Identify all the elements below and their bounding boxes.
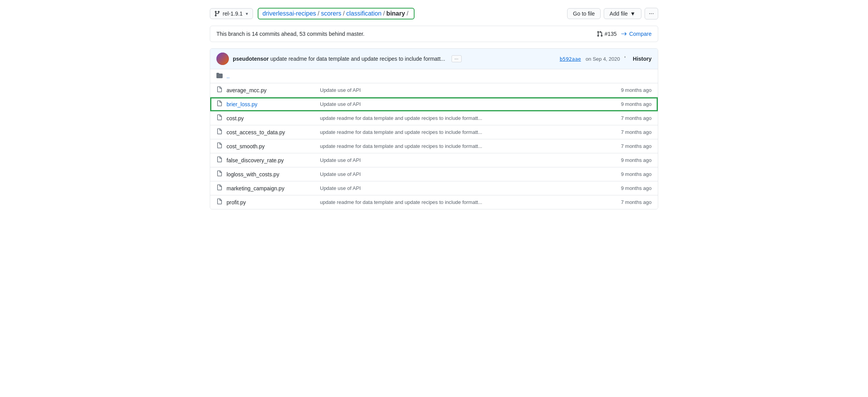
commit-message: pseudotensor update readme for data temp… <box>233 56 445 62</box>
branch-selector[interactable]: rel-1.9.1 ▼ <box>210 8 253 19</box>
breadcrumb-sep-2: / <box>343 10 344 17</box>
file-name-link[interactable]: brier_loss.py <box>227 101 257 107</box>
table-row: logloss_with_costs.py Update use of API … <box>210 167 658 181</box>
breadcrumb-repo[interactable]: driverlessai-recipes <box>262 10 316 17</box>
commit-msg-content: update readme for data template and upda… <box>270 56 445 62</box>
file-name: marketing_campaign.py <box>227 185 312 191</box>
compare-label[interactable]: Compare <box>629 31 652 37</box>
commit-date: on Sep 4, 2020 <box>586 56 620 62</box>
add-file-label: Add file <box>610 11 628 17</box>
breadcrumb-repo-link[interactable]: driverlessai-recipes <box>262 10 316 17</box>
file-icon <box>216 128 223 135</box>
avatar <box>216 53 229 65</box>
file-commit-message: Update use of API <box>312 101 613 107</box>
file-time: 9 months ago <box>613 157 652 163</box>
file-icon <box>216 184 223 191</box>
breadcrumb-scorers-link[interactable]: scorers <box>321 10 341 17</box>
file-icon-wrap <box>216 114 223 122</box>
parent-dir-icon <box>216 72 223 80</box>
file-name: false_discovery_rate.py <box>227 157 312 163</box>
file-time: 9 months ago <box>613 171 652 177</box>
file-name: cost.py <box>227 115 312 121</box>
file-name: cost_access_to_data.py <box>227 129 312 135</box>
table-row: cost_access_to_data.py update readme for… <box>210 125 658 139</box>
file-time: 9 months ago <box>613 101 652 107</box>
goto-file-button[interactable]: Go to file <box>567 8 601 19</box>
branch-status-bar: This branch is 14 commits ahead, 53 comm… <box>210 26 658 42</box>
file-icon <box>216 100 223 107</box>
page-wrapper: rel-1.9.1 ▼ driverlessai-recipes / score… <box>200 0 668 217</box>
breadcrumb-sep-1: / <box>318 10 319 17</box>
table-row: cost_smooth.py update readme for data te… <box>210 139 658 153</box>
compare-button[interactable]: Compare <box>621 31 652 37</box>
file-commit-message: update readme for data template and upda… <box>312 143 613 149</box>
breadcrumb-scorers[interactable]: scorers <box>321 10 341 17</box>
breadcrumb-trailing-sep: / <box>407 10 408 17</box>
breadcrumb: driverlessai-recipes / scorers / classif… <box>258 8 415 19</box>
table-row: average_mcc.py Update use of API 9 month… <box>210 83 658 97</box>
table-row: profit.py update readme for data templat… <box>210 195 658 209</box>
file-time: 7 months ago <box>613 129 652 135</box>
pull-request-link[interactable]: #135 <box>597 31 617 37</box>
file-commit-message: Update use of API <box>312 87 613 93</box>
file-icon-wrap <box>216 198 223 206</box>
branch-status-text: This branch is 14 commits ahead, 53 comm… <box>216 31 365 37</box>
file-list-container: pseudotensor update readme for data temp… <box>210 48 658 209</box>
file-icon <box>216 198 223 205</box>
file-time: 9 months ago <box>613 185 652 191</box>
file-name: average_mcc.py <box>227 87 312 93</box>
commit-author[interactable]: pseudotensor <box>233 56 269 62</box>
file-icon-wrap <box>216 156 223 164</box>
file-name[interactable]: brier_loss.py <box>227 101 312 107</box>
file-name-text: cost_access_to_data.py <box>227 129 285 135</box>
parent-dir-symbol[interactable]: .. <box>227 73 230 79</box>
file-icon <box>216 156 223 163</box>
pr-icon <box>597 31 603 37</box>
file-time: 7 months ago <box>613 199 652 205</box>
file-name-text: profit.py <box>227 199 246 206</box>
add-file-chevron-icon: ▼ <box>630 11 636 17</box>
file-name-text: marketing_campaign.py <box>227 185 285 191</box>
file-time: 9 months ago <box>613 87 652 93</box>
breadcrumb-classification-link[interactable]: classification <box>346 10 381 17</box>
breadcrumb-sep-3: / <box>383 10 385 17</box>
more-options-button[interactable]: ··· <box>645 8 658 19</box>
file-name: logloss_with_costs.py <box>227 171 312 177</box>
file-icon <box>216 170 223 177</box>
file-icon <box>216 142 223 149</box>
file-commit-message: Update use of API <box>312 185 613 191</box>
top-bar-left: rel-1.9.1 ▼ driverlessai-recipes / score… <box>210 8 415 19</box>
file-time: 7 months ago <box>613 115 652 121</box>
parent-dir-row[interactable]: .. <box>210 69 658 83</box>
commit-hash[interactable]: b592aae <box>560 56 581 62</box>
history-link[interactable]: History <box>625 56 652 62</box>
commit-info-row: pseudotensor update readme for data temp… <box>210 49 658 69</box>
file-icon-wrap <box>216 128 223 136</box>
file-commit-message: Update use of API <box>312 171 613 177</box>
file-name-text: cost_smooth.py <box>227 143 265 149</box>
commit-info-left: pseudotensor update readme for data temp… <box>216 53 462 65</box>
file-commit-message: update readme for data template and upda… <box>312 199 613 205</box>
add-file-button[interactable]: Add file ▼ <box>604 8 641 19</box>
table-row: marketing_campaign.py Update use of API … <box>210 181 658 195</box>
top-bar-right: Go to file Add file ▼ ··· <box>567 8 658 19</box>
history-label: History <box>633 56 652 62</box>
file-commit-message: update readme for data template and upda… <box>312 115 613 121</box>
file-name: profit.py <box>227 199 312 206</box>
commit-more-button[interactable]: ··· <box>452 55 462 62</box>
compare-icon <box>621 31 627 37</box>
table-row: brier_loss.py Update use of API 9 months… <box>210 97 658 111</box>
file-name-text: false_discovery_rate.py <box>227 157 284 163</box>
table-row: false_discovery_rate.py Update use of AP… <box>210 153 658 167</box>
commit-info-right: b592aae on Sep 4, 2020 History <box>560 56 652 62</box>
file-icon-wrap <box>216 184 223 192</box>
table-row: cost.py update readme for data template … <box>210 111 658 125</box>
file-icon <box>216 86 223 93</box>
branch-status-right: #135 Compare <box>597 31 652 37</box>
file-icon-wrap <box>216 100 223 108</box>
file-icon-wrap <box>216 86 223 94</box>
file-icon-wrap <box>216 170 223 178</box>
file-name-text: logloss_with_costs.py <box>227 171 279 177</box>
breadcrumb-classification[interactable]: classification <box>346 10 381 17</box>
file-name-text: average_mcc.py <box>227 87 267 93</box>
